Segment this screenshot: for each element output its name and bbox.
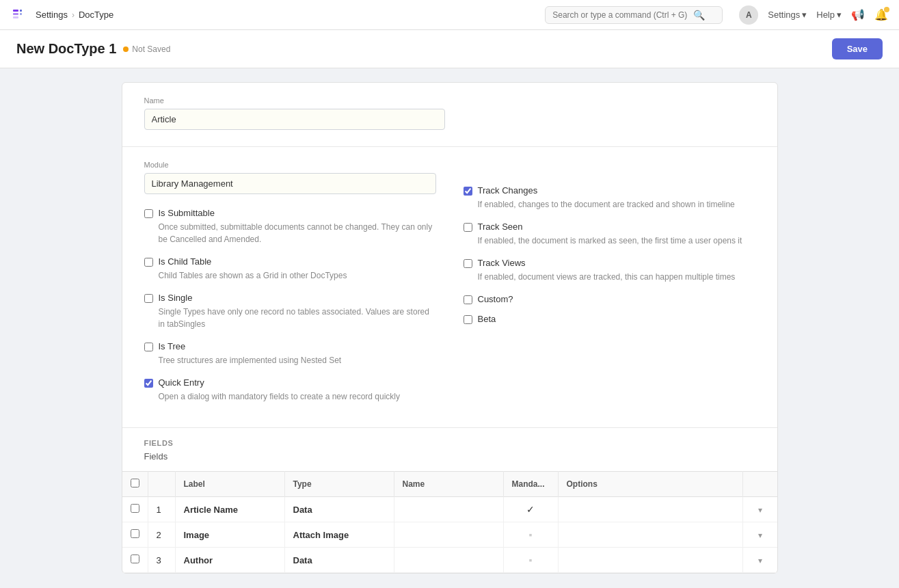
- th-name: Name: [394, 472, 503, 497]
- is-child-table-desc: Child Tables are shown as a Grid in othe…: [159, 269, 436, 282]
- row-checkbox-1[interactable]: [131, 529, 139, 538]
- is-child-table-checkbox[interactable]: [144, 258, 153, 267]
- avatar[interactable]: A: [739, 5, 758, 25]
- row-dropdown-icon-2[interactable]: ▾: [758, 556, 762, 565]
- breadcrumb-doctype[interactable]: DocType: [79, 10, 113, 20]
- is-child-table-label[interactable]: Is Child Table: [159, 256, 212, 267]
- row-dropdown-icon-1[interactable]: ▾: [758, 531, 762, 540]
- main-content: Name Module Is Submittable Once submitte…: [0, 68, 899, 587]
- th-label: Label: [175, 472, 284, 497]
- search-area: 🔍: [545, 6, 723, 24]
- track-seen-label[interactable]: Track Seen: [478, 222, 523, 232]
- track-seen-checkbox[interactable]: [464, 223, 472, 232]
- name-section: Name: [122, 83, 777, 147]
- track-changes-label[interactable]: Track Changes: [478, 185, 538, 196]
- select-all-checkbox[interactable]: [131, 479, 139, 487]
- quick-entry-row: Quick Entry: [144, 377, 436, 388]
- name-field-label: Name: [144, 96, 755, 105]
- track-views-checkbox[interactable]: [464, 259, 472, 268]
- track-seen-row: Track Seen: [464, 222, 755, 232]
- svg-rect-4: [20, 13, 22, 15]
- custom-label[interactable]: Custom?: [478, 294, 513, 304]
- track-changes-desc: If enabled, changes to the document are …: [478, 198, 755, 211]
- row-check-1: [122, 522, 148, 548]
- row-action-2: ▾: [743, 548, 777, 573]
- custom-row: Custom?: [464, 294, 755, 304]
- row-label-1: Image: [175, 522, 284, 548]
- row-check-2: [122, 548, 148, 573]
- breadcrumb: Settings › DocType: [36, 10, 113, 20]
- is-single-row: Is Single: [144, 293, 436, 303]
- row-type-2: Data: [284, 548, 394, 573]
- form-card: Name Module Is Submittable Once submitte…: [122, 82, 778, 574]
- is-tree-checkbox[interactable]: [144, 343, 153, 351]
- page-title: New DocType 1: [16, 41, 116, 57]
- svg-rect-3: [20, 10, 22, 12]
- table-row: 1 Article Name Data ✓ ▾: [122, 497, 777, 522]
- topnav-right: A Settings ▾ Help ▾ 📢 🔔: [739, 5, 888, 25]
- track-changes-row: Track Changes: [464, 185, 755, 196]
- row-check-0: [122, 497, 148, 522]
- is-tree-label[interactable]: Is Tree: [159, 341, 186, 351]
- is-child-table-row: Is Child Table: [144, 256, 436, 267]
- search-input[interactable]: [552, 10, 689, 20]
- search-bar[interactable]: 🔍: [545, 6, 723, 24]
- status-dot: [123, 46, 129, 52]
- track-views-label[interactable]: Track Views: [478, 258, 526, 268]
- row-mandatory-0: ✓: [503, 497, 558, 522]
- beta-checkbox[interactable]: [464, 315, 472, 324]
- module-input[interactable]: [144, 173, 436, 194]
- row-checkbox-2[interactable]: [131, 554, 139, 563]
- page-header: New DocType 1 Not Saved Save: [0, 30, 899, 68]
- mandatory-check-icon: ✓: [526, 504, 535, 515]
- svg-rect-0: [13, 10, 18, 12]
- row-type-0: Data: [284, 497, 394, 522]
- is-single-checkbox[interactable]: [144, 294, 153, 303]
- quick-entry-checkbox[interactable]: [144, 379, 153, 388]
- search-icon[interactable]: 🔍: [693, 10, 705, 21]
- beta-label[interactable]: Beta: [478, 314, 496, 324]
- row-mandatory-1: ▪: [503, 522, 558, 548]
- announcement-icon[interactable]: 📢: [851, 8, 865, 21]
- logo[interactable]: [11, 7, 27, 23]
- help-chevron-icon: ▾: [837, 10, 842, 20]
- is-tree-desc: Tree structures are implemented using Ne…: [159, 354, 436, 366]
- mandatory-empty-icon: ▪: [529, 554, 533, 565]
- custom-checkbox[interactable]: [464, 295, 472, 304]
- is-submittable-checkbox[interactable]: [144, 209, 153, 218]
- breadcrumb-settings[interactable]: Settings: [36, 10, 68, 20]
- row-num-0: 1: [148, 497, 175, 522]
- row-action-0: ▾: [743, 497, 777, 522]
- module-field-label: Module: [144, 161, 436, 169]
- name-input[interactable]: [144, 109, 445, 130]
- row-dropdown-icon-0[interactable]: ▾: [758, 505, 762, 515]
- track-changes-checkbox[interactable]: [464, 187, 472, 196]
- th-options: Options: [558, 472, 743, 497]
- page-title-wrap: New DocType 1 Not Saved: [16, 41, 170, 57]
- row-options-0: [558, 497, 743, 522]
- fields-section-title: FIELDS: [144, 439, 755, 447]
- help-nav-button[interactable]: Help ▾: [816, 10, 842, 20]
- is-submittable-desc: Once submitted, submittable documents ca…: [159, 221, 436, 245]
- row-label-2: Author: [175, 548, 284, 573]
- th-type: Type: [284, 472, 394, 497]
- is-single-label[interactable]: Is Single: [159, 293, 193, 303]
- is-tree-row: Is Tree: [144, 341, 436, 351]
- bell-button[interactable]: 🔔: [874, 8, 888, 21]
- row-action-1: ▾: [743, 522, 777, 548]
- row-checkbox-0[interactable]: [131, 504, 139, 513]
- status-text: Not Saved: [132, 44, 170, 54]
- quick-entry-label[interactable]: Quick Entry: [159, 377, 204, 388]
- table-row: 3 Author Data ▪ ▾: [122, 548, 777, 573]
- settings-nav-button[interactable]: Settings ▾: [768, 10, 807, 20]
- is-submittable-row: Is Submittable: [144, 208, 436, 218]
- th-check: [122, 472, 148, 497]
- th-action: [743, 472, 777, 497]
- save-button[interactable]: Save: [832, 38, 883, 59]
- row-num-1: 2: [148, 522, 175, 548]
- is-submittable-label[interactable]: Is Submittable: [159, 208, 215, 218]
- beta-row: Beta: [464, 314, 755, 324]
- svg-rect-2: [13, 16, 18, 18]
- is-single-desc: Single Types have only one record no tab…: [159, 306, 436, 330]
- breadcrumb-sep-1: ›: [72, 10, 75, 20]
